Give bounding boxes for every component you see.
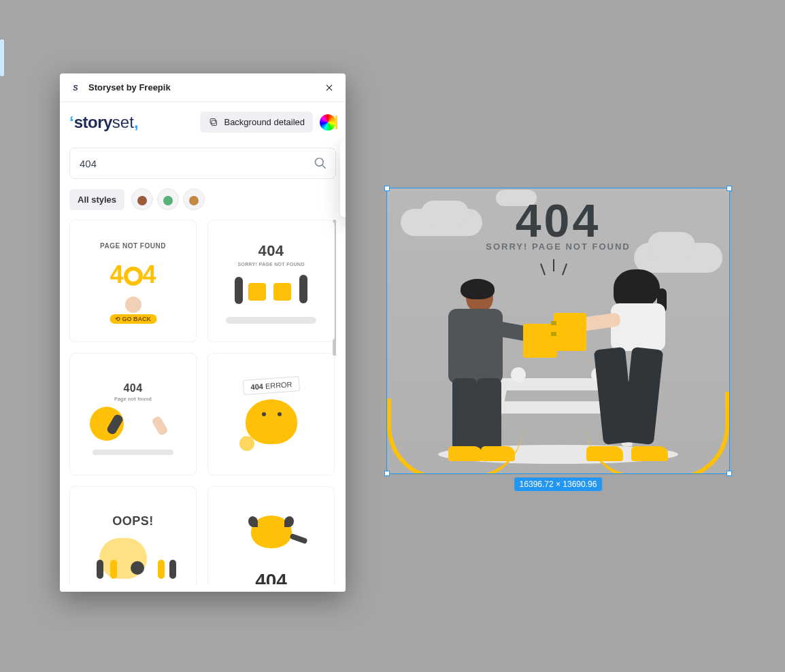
close-button[interactable] — [322, 81, 336, 95]
search-button[interactable] — [310, 153, 331, 173]
storyset-logo: ‘ storyset , — [69, 113, 139, 132]
background-selector-label: Background detailed — [224, 117, 305, 127]
dropdown-item-hidden[interactable]: Hidden — [340, 146, 346, 168]
style-avatar-3[interactable] — [183, 188, 205, 210]
filter-label: All styles — [78, 195, 116, 205]
plugin-panel: S Storyset by Freepik ‘ storyset , Backg… — [60, 73, 346, 592]
go-back-chip: ⟲ GO BACK — [110, 314, 156, 324]
plugin-logo-icon: S — [69, 82, 82, 94]
left-ruler-marker — [0, 39, 4, 76]
layers-icon — [208, 117, 218, 127]
panel-header: S Storyset by Freepik — [60, 73, 346, 102]
svg-point-8 — [316, 158, 324, 167]
result-card-6[interactable]: 404 — [207, 486, 335, 584]
background-selector[interactable]: Background detailed — [200, 112, 313, 133]
search-input[interactable] — [69, 148, 336, 179]
illustration-title: 404 — [516, 194, 601, 247]
illustration-404: 404 SORRY! PAGE NOT FOUND — [387, 188, 729, 473]
illustration-subtitle: SORRY! PAGE NOT FOUND — [486, 241, 630, 252]
search-icon — [314, 156, 327, 170]
background-dropdown: Hidden Simple Detailed — [340, 141, 346, 217]
style-avatar-2[interactable] — [157, 188, 179, 210]
result-card-5[interactable]: OOPS! — [69, 486, 197, 584]
dropdown-item-simple[interactable]: Simple — [340, 168, 346, 190]
result-card-1[interactable]: PAGE NOT FOUND 44 ⟲ GO BACK — [69, 220, 197, 342]
style-avatars — [131, 188, 205, 210]
results-grid: PAGE NOT FOUND 44 ⟲ GO BACK 404SORRY! PA… — [69, 220, 335, 584]
canvas-selection[interactable]: 404 SORRY! PAGE NOT FOUND — [386, 188, 730, 474]
color-picker-button[interactable] — [320, 114, 336, 131]
close-icon — [324, 83, 334, 93]
style-avatar-1[interactable] — [131, 188, 153, 210]
resize-handle-tl[interactable] — [384, 186, 390, 191]
results-scroll[interactable]: PAGE NOT FOUND 44 ⟲ GO BACK 404SORRY! PA… — [69, 220, 336, 584]
resize-handle-br[interactable] — [726, 471, 732, 476]
panel-title: Storyset by Freepik — [88, 82, 171, 93]
selection-dimensions: 16396.72 × 13690.96 — [514, 477, 603, 491]
dropdown-item-detailed[interactable]: Detailed — [340, 190, 346, 213]
svg-rect-1 — [212, 120, 217, 126]
resize-handle-bl[interactable] — [384, 471, 390, 476]
result-card-2[interactable]: 404SORRY! PAGE NOT FOUND — [207, 220, 335, 342]
svg-rect-0 — [211, 119, 216, 124]
filter-all-styles[interactable]: All styles — [69, 189, 124, 210]
result-card-3[interactable]: 404Page not found — [69, 353, 197, 475]
result-card-4[interactable]: 404 ERROR — [207, 353, 335, 475]
resize-handle-tr[interactable] — [726, 186, 732, 191]
